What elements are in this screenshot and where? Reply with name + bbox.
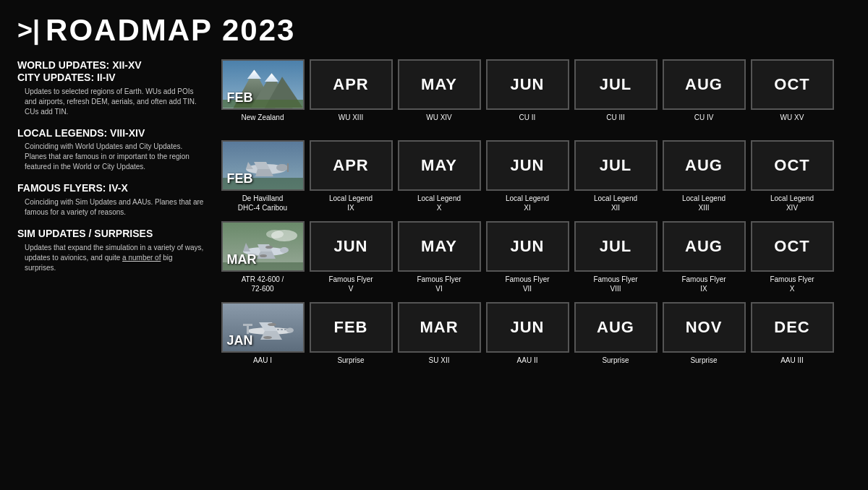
right-panel: FEB New Zealand APR WU XIII MAY WU	[220, 59, 851, 383]
section-famous-flyers: FAMOUS FLYERS: IV-X Coinciding with Sim …	[17, 182, 205, 218]
cell-aau-iii: DEC AAU III	[749, 302, 835, 376]
svg-point-10	[276, 164, 288, 171]
cell-surprise-3: NOV Surprise	[661, 302, 746, 376]
cell-ff-vi: MAY Famous Flyer VI	[396, 221, 482, 295]
cell-cu-iii: JUL CU III	[573, 59, 658, 133]
cell-cu-iv: AUG CU IV	[661, 59, 746, 133]
cell-su-xii: MAR SU XII	[396, 302, 482, 376]
cell-ff-x: OCT Famous Flyer X	[749, 221, 835, 295]
cell-atr: MAR ATR 42-600 / 72-600	[220, 221, 305, 295]
cell-new-zealand: FEB New Zealand	[220, 59, 305, 133]
svg-point-28	[286, 328, 294, 333]
svg-point-18	[266, 230, 284, 238]
section-world-updates: WORLD UPDATES: XII-XV CITY UPDATES: II-I…	[17, 59, 205, 117]
cell-label-cu-iv: CU IV	[694, 113, 714, 133]
world-updates-desc: Updates to selected regions of Earth. WU…	[25, 87, 197, 116]
row-world-updates: FEB New Zealand APR WU XIII MAY WU	[220, 59, 851, 133]
svg-point-31	[263, 336, 272, 339]
cell-ff-vii: JUN Famous Flyer VII	[485, 221, 570, 295]
header-icon: >|	[17, 17, 40, 43]
cell-label-cu-ii: CU II	[519, 113, 536, 133]
row-famous-flyers: MAR ATR 42-600 / 72-600 JUN Famous Flyer…	[220, 221, 851, 295]
cell-label-dhc: De Havilland DHC-4 Caribou	[238, 194, 287, 214]
svg-point-25	[265, 246, 273, 249]
cell-ll-xiii: AUG Local Legend XIII	[661, 140, 746, 214]
cell-label-wu-xiii: WU XIII	[339, 113, 363, 133]
atr-month: MAR	[227, 252, 257, 267]
svg-point-24	[260, 254, 267, 257]
cell-cu-ii: JUN CU II	[485, 59, 570, 133]
dhc-month: FEB	[227, 171, 253, 186]
cell-wu-xv: OCT WU XV	[749, 59, 835, 133]
nz-month: FEB	[227, 90, 253, 106]
cell-month-cu-ii: JUN	[510, 75, 544, 94]
cell-aau-i: JAN AAU I	[220, 302, 305, 376]
page-title: ROADMAP 2023	[46, 13, 295, 48]
cell-surprise-1: FEB Surprise	[308, 302, 393, 376]
cell-label-nz: New Zealand	[242, 113, 284, 133]
cell-aau-ii: JUN AAU II	[485, 302, 570, 376]
cell-ff-ix: AUG Famous Flyer IX	[661, 221, 746, 295]
left-panel: WORLD UPDATES: XII-XV CITY UPDATES: II-I…	[17, 59, 205, 383]
cell-ll-xiv: OCT Local Legend XIV	[749, 140, 835, 214]
svg-point-20	[280, 247, 289, 253]
cell-month-cu-iv: AUG	[685, 75, 723, 94]
sim-updates-desc: Updates that expand the simulation in a …	[25, 244, 203, 272]
cell-month-wu-xiv: MAY	[421, 75, 457, 94]
main-layout: WORLD UPDATES: XII-XV CITY UPDATES: II-I…	[17, 59, 851, 383]
cell-ll-ix: APR Local Legend IX	[308, 140, 393, 214]
cell-surprise-2: AUG Surprise	[573, 302, 658, 376]
cell-wu-xiii: APR WU XIII	[308, 59, 393, 133]
famous-flyers-desc: Coinciding with Sim Updates and AAUs. Pl…	[25, 198, 203, 216]
cell-label-wu-xv: WU XV	[780, 113, 804, 133]
svg-rect-34	[243, 324, 252, 326]
cell-ff-v: JUN Famous Flyer V	[308, 221, 393, 295]
cell-ll-x: MAY Local Legend X	[396, 140, 482, 214]
cell-dhc4: FEB De Havilland DHC-4 Caribou	[220, 140, 305, 214]
page: >| ROADMAP 2023 WORLD UPDATES: XII-XV CI…	[0, 0, 868, 490]
local-legends-desc: Coinciding with World Updates and City U…	[25, 142, 190, 171]
cell-month-wu-xiii: APR	[333, 75, 368, 94]
section-sim-updates: SIM UPDATES / SURPRISES Updates that exp…	[17, 228, 205, 273]
row-sim-updates: JAN AAU I FEB Surprise MAR SU XII	[220, 302, 851, 376]
cell-wu-xiv: MAY WU XIV	[396, 59, 482, 133]
cell-label-wu-xiv: WU XIV	[426, 113, 452, 133]
cell-ll-xi: JUN Local Legend XI	[485, 140, 570, 214]
section-local-legends: LOCAL LEGENDS: VIII-XIV Coinciding with …	[17, 127, 205, 173]
cell-ll-xii: JUL Local Legend XII	[573, 140, 658, 214]
row-local-legends: FEB De Havilland DHC-4 Caribou APR Local…	[220, 140, 851, 214]
cell-month-cu-iii: JUL	[600, 75, 632, 94]
cell-month-wu-xv: OCT	[774, 75, 809, 94]
cell-label-cu-iii: CU III	[606, 113, 625, 133]
svg-point-32	[268, 323, 276, 326]
aau-month: JAN	[227, 333, 253, 348]
header: >| ROADMAP 2023	[17, 13, 851, 48]
cell-ff-viii: JUL Famous Flyer VIII	[573, 221, 658, 295]
